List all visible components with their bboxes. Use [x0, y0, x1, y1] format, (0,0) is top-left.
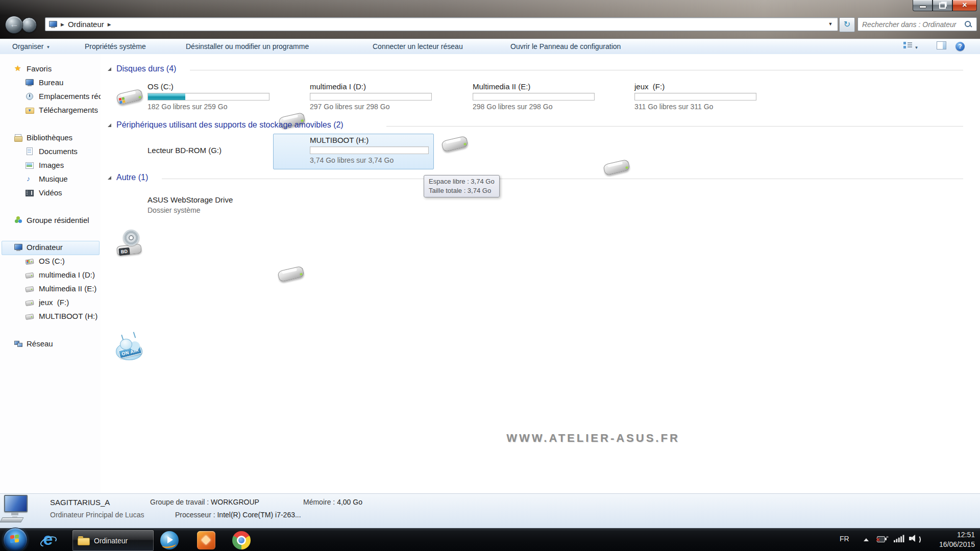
minimize-icon — [919, 6, 926, 8]
taskbar-button-ordinateur[interactable]: Ordinateur — [72, 530, 154, 551]
views-button[interactable]: ▼ — [903, 41, 918, 53]
uninstall-program-button[interactable]: Désinstaller ou modifier un programme — [182, 39, 313, 55]
homegroup-icon — [14, 216, 22, 224]
tray-time: 12:51 — [919, 530, 975, 540]
capacity-bar — [634, 93, 756, 101]
system-drive-icon — [26, 257, 34, 265]
breadcrumb-arrow-icon[interactable]: ▶ — [61, 22, 64, 27]
file-list-area: Disques durs (4) OS (C:) 182 Go libres s… — [101, 54, 980, 493]
navigation-pane: Favoris Bureau Emplacements récen Téléch… — [0, 54, 101, 493]
map-network-drive-button[interactable]: Connecter un lecteur réseau — [369, 39, 467, 55]
breadcrumb-root[interactable]: Ordinateur — [68, 20, 104, 29]
sidebar-group-homegroup[interactable]: Groupe résidentiel — [0, 214, 101, 227]
capacity-bar — [473, 93, 595, 101]
drive-name[interactable]: Lecteur BD-ROM (G:) — [148, 146, 222, 155]
taskbar-button-label: Ordinateur — [94, 537, 128, 545]
search-icon[interactable] — [964, 20, 972, 29]
breadcrumb-arrow-icon[interactable]: ▶ — [108, 22, 111, 27]
drive-name[interactable]: Multimedia II (E:) — [473, 82, 530, 91]
free-space-label: 3,74 Go libres sur 3,74 Go — [310, 156, 394, 164]
star-icon — [14, 65, 22, 73]
media-player-button[interactable] — [160, 531, 179, 549]
battery-icon[interactable]: × — [877, 535, 888, 543]
sidebar-item-downloads[interactable]: Téléchargements — [0, 104, 101, 117]
language-indicator[interactable]: FR — [840, 535, 849, 543]
sidebar-item-recent-places[interactable]: Emplacements récen — [0, 90, 101, 103]
sidebar-group-computer[interactable]: Ordinateur — [0, 241, 101, 254]
sidebar-group-libraries[interactable]: Bibliothèques — [0, 131, 101, 144]
drive-led — [300, 273, 303, 276]
back-button[interactable]: ← — [5, 16, 23, 34]
downloads-folder-icon — [26, 106, 34, 114]
minimize-button[interactable] — [913, 0, 933, 11]
internet-explorer-button[interactable]: e — [39, 531, 57, 549]
address-bar[interactable]: ▶ Ordinateur ▶ ▼ — [45, 17, 838, 31]
libraries-icon — [14, 134, 22, 142]
system-properties-button[interactable]: Propriétés système — [81, 39, 150, 55]
capacity-bar — [310, 146, 429, 154]
search-input[interactable] — [858, 20, 964, 29]
sidebar-item-os-c[interactable]: OS (C:) — [0, 255, 101, 268]
help-button[interactable]: ? — [955, 41, 965, 53]
drive-name[interactable]: OS (C:) — [148, 82, 174, 91]
sidebar-item-videos[interactable]: Vidéos — [0, 186, 101, 199]
clock[interactable]: 12:51 16/06/2015 — [919, 530, 975, 549]
forward-arrow-icon: → — [26, 20, 33, 29]
sidebar-group-favorites[interactable]: Favoris — [0, 62, 101, 76]
tooltip: Espace libre : 3,74 Go Taille totale : 3… — [424, 175, 500, 197]
sidebar-item-musique[interactable]: Musique — [0, 172, 101, 186]
application-button[interactable] — [197, 531, 215, 549]
asus-webstorage-cloud-icon[interactable]: ON AIR — [115, 336, 144, 362]
refresh-button[interactable]: ↻ — [839, 17, 855, 32]
show-hidden-icons-button[interactable] — [864, 538, 869, 541]
network-icon — [14, 340, 22, 348]
section-header-removable[interactable]: Périphériques utilisant des supports de … — [116, 120, 344, 132]
windows-flag-icon — [10, 535, 14, 539]
hard-drive-icon[interactable] — [441, 133, 470, 156]
computer-icon — [49, 20, 57, 29]
organize-menu[interactable]: Organiser▼ — [8, 39, 54, 55]
sidebar-item-multiboot-h[interactable]: MULTIBOOT (H:) — [0, 310, 101, 323]
details-pane: SAGITTARIUS_A Ordinateur Principal de Lu… — [0, 493, 980, 529]
sidebar-item-images[interactable]: Images — [0, 159, 101, 172]
start-button[interactable] — [3, 528, 28, 551]
close-button[interactable]: × — [952, 0, 977, 11]
sidebar-item-multimedia2-e[interactable]: Multimedia II (E:) — [0, 282, 101, 295]
on-air-badge: ON AIR — [118, 345, 142, 359]
section-header-hard-disks[interactable]: Disques durs (4) — [116, 64, 176, 76]
free-space-label: 311 Go libres sur 311 Go — [634, 103, 713, 111]
taskbar: e Ordinateur — [0, 528, 980, 551]
drive-led — [464, 143, 467, 145]
item-name[interactable]: ASUS WebStorage Drive — [148, 195, 233, 204]
hard-drive-icon[interactable] — [116, 86, 144, 109]
drive-name[interactable]: multimedia I (D:) — [310, 82, 366, 91]
windows-flag-icon — [119, 98, 122, 101]
workgroup-field: Groupe de travail : WORKGROUP — [150, 498, 259, 506]
usb-drive-icon[interactable] — [277, 263, 306, 286]
sidebar-item-bureau[interactable]: Bureau — [0, 76, 101, 89]
close-icon: × — [953, 0, 976, 11]
sidebar-group-network[interactable]: Réseau — [0, 337, 101, 350]
memory-field: Mémoire : 4,00 Go — [303, 498, 362, 506]
tray-date: 16/06/2015 — [919, 540, 975, 549]
preview-pane-icon — [937, 41, 946, 49]
preview-pane-button[interactable] — [937, 41, 946, 53]
drive-name[interactable]: jeux (F:) — [634, 82, 665, 91]
section-divider — [386, 126, 963, 127]
sidebar-item-jeux-f[interactable]: jeux (F:) — [0, 296, 101, 309]
address-dropdown-icon[interactable]: ▼ — [826, 18, 835, 31]
folder-icon — [78, 536, 90, 545]
forward-button[interactable]: → — [21, 17, 37, 33]
bd-rom-drive-icon[interactable]: BD — [116, 230, 144, 258]
drive-name[interactable]: MULTIBOOT (H:) — [310, 136, 369, 144]
antenna-icon — [121, 335, 124, 341]
section-header-other[interactable]: Autre (1) — [116, 173, 148, 184]
sidebar-item-documents[interactable]: Documents — [0, 145, 101, 158]
open-control-panel-button[interactable]: Ouvrir le Panneau de configuration — [506, 39, 625, 55]
restore-button[interactable] — [933, 0, 952, 11]
chrome-button[interactable] — [232, 531, 251, 549]
hard-drive-icon[interactable] — [603, 156, 631, 180]
sidebar-item-multimedia1-d[interactable]: multimedia I (D:) — [0, 268, 101, 282]
drive-icon — [26, 285, 34, 293]
computer-icon — [14, 243, 22, 252]
